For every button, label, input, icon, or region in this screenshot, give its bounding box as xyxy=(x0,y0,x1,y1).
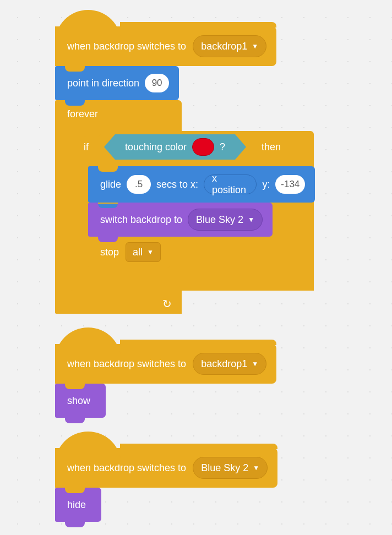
hat-when-backdrop-switches[interactable]: when backdrop switches to backdrop1 ▼ xyxy=(55,26,276,66)
hat-label: when backdrop switches to xyxy=(67,41,186,52)
point-in-direction-block[interactable]: point in direction 90 xyxy=(55,66,179,100)
glide-label-b: secs to x: xyxy=(156,179,198,190)
dropdown-value: backdrop1 xyxy=(201,358,247,370)
glide-secs-input[interactable]: .5 xyxy=(127,175,151,194)
show-block[interactable]: show xyxy=(55,384,106,418)
scratch-workspace[interactable]: when backdrop switches to backdrop1 ▼ po… xyxy=(0,0,392,522)
if-label: if xyxy=(84,141,89,153)
dropdown-value: Blue Sky 2 xyxy=(201,462,248,474)
script-3[interactable]: when backdrop switches to Blue Sky 2 ▼ h… xyxy=(55,448,392,522)
block-label: point in direction xyxy=(67,78,139,89)
chevron-down-icon: ▼ xyxy=(252,360,258,368)
switch-backdrop-block[interactable]: switch backdrop to Blue Sky 2 ▼ xyxy=(88,203,273,237)
glide-block[interactable]: glide .5 secs to x: x position y: -134 xyxy=(88,166,315,203)
loop-arrow-icon: ↻ xyxy=(162,297,172,310)
backdrop-dropdown[interactable]: backdrop1 ▼ xyxy=(193,35,266,57)
stop-label: stop xyxy=(100,247,119,258)
hat-label: when backdrop switches to xyxy=(67,358,186,370)
hat-when-backdrop-switches[interactable]: when backdrop switches to Blue Sky 2 ▼ xyxy=(55,448,277,488)
hide-block[interactable]: hide xyxy=(55,488,101,522)
dropdown-value: backdrop1 xyxy=(201,41,247,52)
glide-label-a: glide xyxy=(100,179,121,190)
forever-label: forever xyxy=(67,108,98,120)
stop-block[interactable]: stop all ▼ xyxy=(88,237,171,268)
switch-backdrop-label: switch backdrop to xyxy=(100,214,182,226)
script-1[interactable]: when backdrop switches to backdrop1 ▼ po… xyxy=(55,26,392,314)
script-2[interactable]: when backdrop switches to backdrop1 ▼ sh… xyxy=(55,344,392,418)
dropdown-value: Blue Sky 2 xyxy=(196,214,243,226)
backdrop-dropdown[interactable]: Blue Sky 2 ▼ xyxy=(193,457,268,479)
chevron-down-icon: ▼ xyxy=(248,216,254,223)
direction-input[interactable]: 90 xyxy=(145,74,169,92)
chevron-down-icon: ▼ xyxy=(147,248,154,256)
hat-label: when backdrop switches to xyxy=(67,462,186,474)
chevron-down-icon: ▼ xyxy=(252,42,258,50)
hat-when-backdrop-switches[interactable]: when backdrop switches to backdrop1 ▼ xyxy=(55,344,276,384)
forever-block[interactable]: forever if touching color ? xyxy=(55,100,182,314)
stop-dropdown[interactable]: all ▼ xyxy=(126,242,161,262)
if-block[interactable]: if touching color ? then xyxy=(72,131,314,291)
touching-color-condition[interactable]: touching color ? xyxy=(115,134,235,160)
backdrop-dropdown[interactable]: Blue Sky 2 ▼ xyxy=(188,209,263,231)
show-label: show xyxy=(67,395,90,407)
glide-label-c: y: xyxy=(262,179,270,190)
glide-y-input[interactable]: -134 xyxy=(275,175,305,194)
chevron-down-icon: ▼ xyxy=(253,464,259,472)
condition-label-post: ? xyxy=(220,141,225,153)
hide-label: hide xyxy=(67,499,86,511)
dropdown-value: all xyxy=(133,247,143,258)
condition-label-pre: touching color xyxy=(125,141,187,153)
then-label: then xyxy=(262,141,281,153)
color-swatch[interactable] xyxy=(192,138,214,156)
x-position-reporter[interactable]: x position xyxy=(204,174,257,194)
backdrop-dropdown[interactable]: backdrop1 ▼ xyxy=(193,353,266,375)
